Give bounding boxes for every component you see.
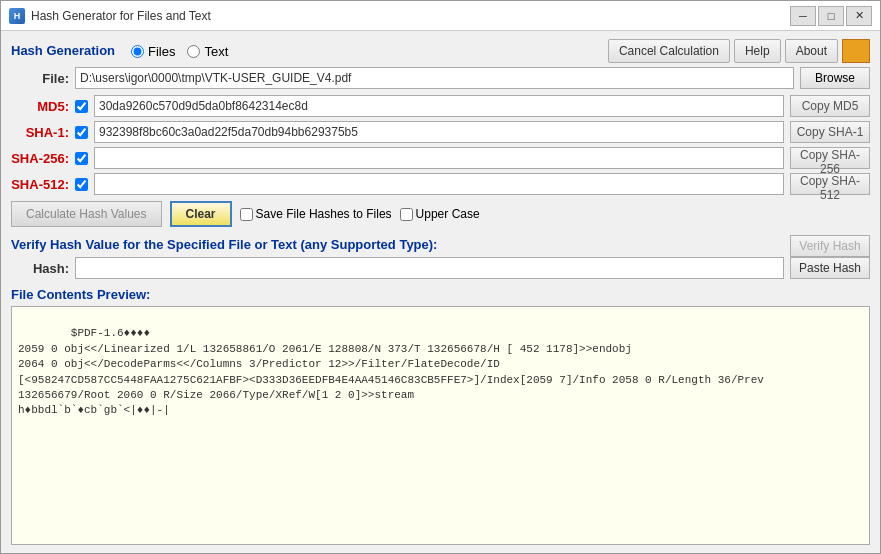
preview-box[interactable]: $PDF-1.6♦♦♦♦ 2059 0 obj<</Linearized 1/L…: [11, 306, 870, 545]
uppercase-label[interactable]: Upper Case: [400, 207, 480, 221]
sha512-label: SHA-512:: [11, 177, 69, 192]
main-window: H Hash Generator for Files and Text ─ □ …: [0, 0, 881, 554]
save-hashes-label[interactable]: Save File Hashes to Files: [240, 207, 392, 221]
help-button[interactable]: Help: [734, 39, 781, 63]
about-button[interactable]: About: [785, 39, 838, 63]
radio-files-label[interactable]: Files: [131, 44, 175, 59]
verify-hash-button[interactable]: Verify Hash: [790, 235, 870, 257]
save-hashes-checkbox[interactable]: [240, 208, 253, 221]
verify-title: Verify Hash Value for the Specified File…: [11, 237, 437, 252]
sha256-checkbox[interactable]: [75, 152, 88, 165]
browse-button[interactable]: Browse: [800, 67, 870, 89]
radio-files[interactable]: [131, 45, 144, 58]
app-icon: H: [9, 8, 25, 24]
sha1-row: SHA-1: Copy SHA-1: [11, 121, 870, 143]
verify-row: Hash: Paste Hash: [11, 257, 870, 279]
uppercase-checkbox[interactable]: [400, 208, 413, 221]
uppercase-text: Upper Case: [416, 207, 480, 221]
orange-button[interactable]: [842, 39, 870, 63]
sha256-row: SHA-256: Copy SHA-256: [11, 147, 870, 169]
hash-label: Hash:: [11, 261, 69, 276]
window-title: Hash Generator for Files and Text: [31, 9, 790, 23]
sha512-checkbox[interactable]: [75, 178, 88, 191]
verify-top: Verify Hash Value for the Specified File…: [11, 235, 870, 257]
radio-text-label[interactable]: Text: [187, 44, 228, 59]
md5-label: MD5:: [11, 99, 69, 114]
top-buttons: Cancel Calculation Help About: [608, 39, 870, 63]
sha256-label: SHA-256:: [11, 151, 69, 166]
preview-content: $PDF-1.6♦♦♦♦ 2059 0 obj<</Linearized 1/L…: [18, 327, 764, 416]
copy-md5-button[interactable]: Copy MD5: [790, 95, 870, 117]
md5-checkbox[interactable]: [75, 100, 88, 113]
top-row: Hash Generation Files Text Cancel Calcul…: [11, 39, 870, 63]
window-controls: ─ □ ✕: [790, 6, 872, 26]
hash-generation-title: Hash Generation: [11, 43, 115, 58]
maximize-button[interactable]: □: [818, 6, 844, 26]
md5-input[interactable]: [94, 95, 784, 117]
file-label: File:: [11, 71, 69, 86]
cancel-calculation-button[interactable]: Cancel Calculation: [608, 39, 730, 63]
copy-sha256-button[interactable]: Copy SHA-256: [790, 147, 870, 169]
left-top: Hash Generation Files Text: [11, 43, 228, 60]
sha256-input[interactable]: [94, 147, 784, 169]
verify-section: Verify Hash Value for the Specified File…: [11, 235, 870, 279]
calculate-button[interactable]: Calculate Hash Values: [11, 201, 162, 227]
sha1-input[interactable]: [94, 121, 784, 143]
file-row: File: Browse: [11, 67, 870, 89]
close-button[interactable]: ✕: [846, 6, 872, 26]
minimize-button[interactable]: ─: [790, 6, 816, 26]
sha512-input[interactable]: [94, 173, 784, 195]
copy-sha1-button[interactable]: Copy SHA-1: [790, 121, 870, 143]
save-hashes-text: Save File Hashes to Files: [256, 207, 392, 221]
preview-section: File Contents Preview: $PDF-1.6♦♦♦♦ 2059…: [11, 287, 870, 545]
copy-sha512-button[interactable]: Copy SHA-512: [790, 173, 870, 195]
paste-hash-button[interactable]: Paste Hash: [790, 257, 870, 279]
radio-files-text: Files: [148, 44, 175, 59]
radio-text[interactable]: [187, 45, 200, 58]
sha1-checkbox[interactable]: [75, 126, 88, 139]
mode-radio-group: Files Text: [131, 44, 228, 59]
radio-text-text: Text: [204, 44, 228, 59]
clear-button[interactable]: Clear: [170, 201, 232, 227]
sha512-row: SHA-512: Copy SHA-512: [11, 173, 870, 195]
file-input[interactable]: [75, 67, 794, 89]
title-bar: H Hash Generator for Files and Text ─ □ …: [1, 1, 880, 31]
hash-input[interactable]: [75, 257, 784, 279]
main-content: Hash Generation Files Text Cancel Calcul…: [1, 31, 880, 553]
md5-row: MD5: Copy MD5: [11, 95, 870, 117]
sha1-label: SHA-1:: [11, 125, 69, 140]
preview-title: File Contents Preview:: [11, 287, 870, 302]
action-row: Calculate Hash Values Clear Save File Ha…: [11, 201, 870, 227]
